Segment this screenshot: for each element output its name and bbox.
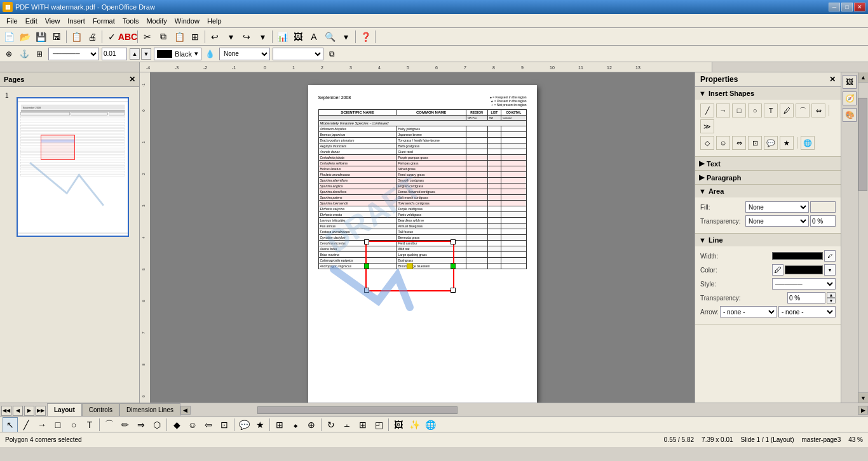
text-tool-btn[interactable]: T	[764, 104, 778, 117]
paste-btn[interactable]: 📋	[172, 29, 187, 44]
scroll-right-btn[interactable]: ▶	[858, 406, 868, 415]
effects-btn[interactable]: ✨	[407, 417, 422, 432]
scroll-down-btn[interactable]: ▼	[858, 392, 868, 403]
menu-tools[interactable]: Tools	[119, 16, 143, 26]
from-file-btn[interactable]: 🖼	[391, 417, 406, 432]
tab-prev-btn[interactable]: ◀	[13, 406, 23, 416]
clone-btn[interactable]: ⊞	[187, 29, 203, 44]
tab-last-btn[interactable]: ▶▶	[36, 406, 46, 416]
scroll-thumb-v[interactable]	[858, 98, 867, 190]
more-shapes-btn[interactable]: ≫	[700, 119, 714, 133]
redo-drop-btn[interactable]: ▾	[255, 29, 270, 44]
ellipse-draw-btn[interactable]: ○	[66, 417, 81, 432]
connector-tool-btn[interactable]: ⇔	[811, 104, 825, 117]
line-width-input[interactable]: 0.01	[102, 48, 127, 60]
maximize-button[interactable]: □	[841, 3, 853, 11]
line-color-picker-btn[interactable]: 🖊	[772, 264, 783, 276]
snap-btn[interactable]: ⊞	[272, 417, 287, 432]
fontwork-btn[interactable]: A	[306, 29, 322, 44]
menu-help[interactable]: Help	[203, 16, 226, 26]
page-thumbnail[interactable]: September 2008	[17, 97, 129, 237]
paragraph-header[interactable]: ▶ Paragraph	[695, 171, 841, 184]
insert-shapes-header[interactable]: ▼ Insert Shapes	[695, 87, 841, 100]
color-selector[interactable]: Black ▾	[154, 48, 201, 60]
save-remote-btn[interactable]: 🖫	[49, 29, 64, 44]
tab-first-btn[interactable]: ◀◀	[1, 406, 11, 416]
highlight-tool-btn[interactable]: 🖊	[780, 104, 794, 117]
tab-dimension-lines[interactable]: Dimension Lines	[119, 403, 180, 416]
scroll-up-btn[interactable]: ▲	[858, 72, 868, 83]
block-arrow-btn[interactable]: ⇦	[201, 417, 216, 432]
curve-draw-btn[interactable]: ⌒	[102, 417, 117, 432]
pages-close-btn[interactable]: ✕	[129, 75, 135, 84]
anchor-icon[interactable]: ⚓	[18, 48, 31, 60]
navigator-panel-icon[interactable]: 🧭	[843, 91, 857, 105]
diamond-tool-btn[interactable]: ◇	[700, 136, 714, 150]
star-btn[interactable]: ★	[780, 136, 794, 150]
flowchart-btn[interactable]: ⊡	[217, 417, 232, 432]
position-icon[interactable]: ⊕	[3, 48, 15, 60]
color-picker-icon[interactable]: 💧	[204, 48, 217, 60]
styles-panel-icon[interactable]: 🎨	[843, 108, 857, 122]
shadow-btn[interactable]: ◰	[371, 417, 386, 432]
line-width-picker-btn[interactable]: 🖊	[824, 250, 836, 262]
transp-up-btn[interactable]: ▲	[827, 292, 836, 298]
menu-file[interactable]: File	[3, 16, 22, 26]
align-btn[interactable]: ⫠	[339, 417, 355, 432]
select-tool-btn[interactable]: ↖	[3, 417, 18, 432]
color-dropdown-icon[interactable]: ▾	[194, 50, 198, 58]
copy-btn[interactable]: ⧉	[156, 29, 171, 44]
menu-view[interactable]: View	[41, 16, 64, 26]
line-style-select[interactable]: ────── - - - -	[772, 278, 836, 290]
menu-insert[interactable]: Insert	[64, 16, 89, 26]
group-btn[interactable]: ⊞	[355, 417, 370, 432]
tab-controls[interactable]: Controls	[82, 403, 119, 416]
rect-draw-btn[interactable]: □	[50, 417, 65, 432]
help-btn[interactable]: ❓	[358, 29, 373, 44]
close-button[interactable]: ✕	[854, 3, 865, 11]
line-tool-btn[interactable]: ╱	[700, 104, 714, 117]
find-btn[interactable]: 🔍	[322, 29, 337, 44]
shape-btn[interactable]: ◆	[169, 417, 184, 432]
star-btn2[interactable]: ★	[252, 417, 268, 432]
scroll-left-btn[interactable]: ◀	[180, 406, 191, 415]
arrow-draw-btn[interactable]: →	[34, 417, 50, 432]
scrollbar-vertical[interactable]: ▲ ▼	[858, 72, 868, 403]
ellipse-tool-btn[interactable]: ○	[748, 104, 762, 117]
line-style-select[interactable]: ──────	[48, 48, 99, 60]
rect-tool-btn[interactable]: □	[732, 104, 746, 117]
scrollbar-horizontal[interactable]: ◀ ▶	[180, 403, 868, 417]
line-transparency-input[interactable]	[787, 292, 825, 304]
find-drop-btn[interactable]: ▾	[338, 29, 353, 44]
spellcheck-btn[interactable]: ✓	[104, 29, 119, 44]
properties-close-btn[interactable]: ✕	[829, 75, 836, 84]
edit-pts-btn[interactable]: ⬥	[288, 417, 303, 432]
area-header[interactable]: ▼ Area	[695, 185, 841, 197]
menu-format[interactable]: Format	[89, 16, 119, 26]
redo-btn[interactable]: ↪	[239, 29, 254, 44]
smiley-btn[interactable]: ☺	[185, 417, 200, 432]
poly-btn[interactable]: ⬡	[149, 417, 165, 432]
curve-tool-btn[interactable]: ⌒	[796, 104, 810, 117]
chart-btn[interactable]: 📊	[275, 29, 290, 44]
gallery-panel-icon[interactable]: 🖼	[843, 75, 857, 89]
tab-next-btn[interactable]: ▶	[24, 406, 34, 416]
arrange-icon[interactable]: ⧉	[326, 48, 339, 60]
wrap-icon[interactable]: ⊞	[33, 48, 46, 60]
new-btn[interactable]: 📄	[1, 29, 17, 44]
gallery-btn[interactable]: 🖼	[290, 29, 306, 44]
menu-modify[interactable]: Modify	[142, 16, 170, 26]
menu-edit[interactable]: Edit	[22, 16, 41, 26]
cut-btn[interactable]: ✂	[140, 29, 155, 44]
3d-shapes-btn[interactable]: 🌐	[801, 136, 815, 150]
width-down-btn[interactable]: ▼	[141, 48, 151, 60]
glue-pts-btn[interactable]: ⊕	[304, 417, 319, 432]
smiley-tool-btn[interactable]: ☺	[716, 136, 730, 150]
transparency-pct-input[interactable]	[810, 215, 836, 227]
transparency-select[interactable]: None	[745, 215, 809, 227]
undo-btn[interactable]: ↩	[207, 29, 222, 44]
rotate-btn[interactable]: ↻	[323, 417, 339, 432]
minimize-button[interactable]: ─	[829, 3, 840, 11]
open-btn[interactable]: 📂	[17, 29, 32, 44]
print-btn[interactable]: 🖨	[85, 29, 100, 44]
